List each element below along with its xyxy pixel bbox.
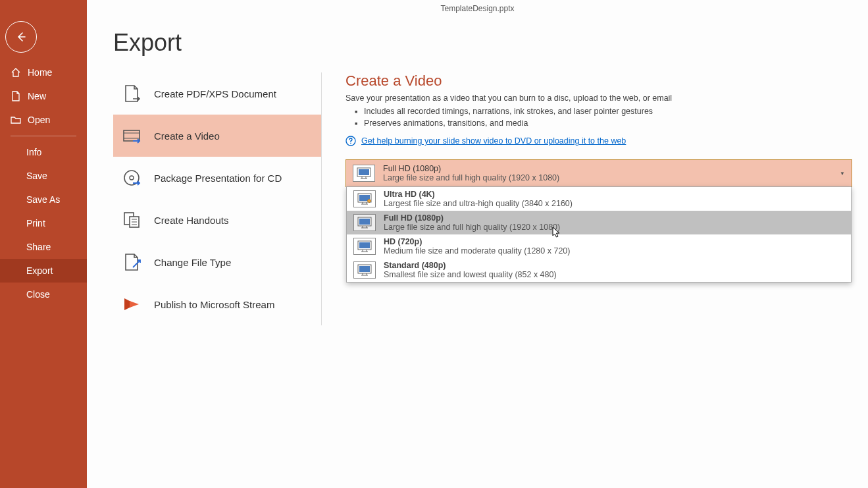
export-type-list: Create PDF/XPS Document Create a Video P… — [113, 72, 322, 325]
stream-icon — [121, 294, 142, 315]
pdf-xps-icon — [121, 83, 142, 104]
monitor-icon — [353, 261, 376, 279]
sidebar-label: Home — [28, 67, 52, 78]
export-option-label: Create Handouts — [154, 215, 228, 226]
quality-option-full-hd[interactable]: Full HD (1080p) Large file size and full… — [347, 211, 851, 234]
detail-bullets: Includes all recorded timings, narration… — [355, 105, 852, 129]
quality-option-sub: Largest file size and ultra-high quality… — [384, 199, 844, 208]
export-option-label: Package Presentation for CD — [154, 173, 282, 184]
monitor-icon — [353, 165, 375, 182]
svg-rect-11 — [359, 219, 370, 225]
sidebar-item-open[interactable]: Open — [0, 108, 87, 132]
detail-bullet: Includes all recorded timings, narration… — [355, 105, 852, 117]
quality-option-standard[interactable]: Standard (480p) Smallest file size and l… — [347, 258, 851, 282]
sidebar-item-save[interactable]: Save — [0, 164, 87, 188]
svg-rect-13 — [359, 242, 370, 248]
sidebar-label: Export — [26, 265, 53, 276]
export-option-create-video[interactable]: Create a Video — [113, 115, 321, 157]
home-icon — [11, 67, 21, 78]
video-icon — [121, 125, 142, 146]
sidebar-label: Info — [26, 147, 41, 157]
quality-option-hd[interactable]: HD (720p) Medium file size and moderate … — [347, 234, 851, 258]
chevron-down-icon: ▼ — [840, 171, 845, 176]
quality-selected-title: Full HD (1080p) — [383, 164, 832, 173]
help-row: Get help burning your slide show video t… — [345, 136, 852, 146]
detail-bullet: Preserves animations, transitions, and m… — [355, 117, 852, 129]
quality-option-title: HD (720p) — [384, 237, 844, 246]
new-icon — [11, 91, 21, 101]
sidebar-item-export[interactable]: Export — [0, 259, 87, 283]
sidebar-item-new[interactable]: New — [0, 84, 87, 108]
sidebar-item-save-as[interactable]: Save As — [0, 188, 87, 211]
export-option-create-handouts[interactable]: Create Handouts — [113, 199, 321, 241]
main-area: TemplateDesign.pptx Export Create PDF/XP… — [87, 0, 868, 488]
detail-pane: Create a Video Save your presentation as… — [345, 72, 868, 325]
quality-dropdown[interactable]: Full HD (1080p) Large file size and full… — [345, 159, 852, 187]
sidebar-item-home[interactable]: Home — [0, 61, 87, 84]
quality-dropdown-menu: Ultra HD (4K) Largest file size and ultr… — [346, 186, 852, 283]
monitor-icon — [353, 214, 376, 231]
sidebar-label: Save — [26, 171, 47, 181]
monitor-icon — [353, 238, 376, 255]
quality-option-title: Ultra HD (4K) — [384, 190, 844, 199]
quality-option-title: Standard (480p) — [384, 261, 844, 270]
sidebar-item-print[interactable]: Print — [0, 211, 87, 235]
sidebar-label: Close — [26, 289, 50, 300]
sidebar-list: Home New Open Info Save Save As Print Sh… — [0, 61, 87, 306]
quality-selected-sub: Large file size and full high quality (1… — [383, 173, 832, 182]
document-filename: TemplateDesign.pptx — [440, 4, 514, 13]
quality-option-ultra-hd[interactable]: Ultra HD (4K) Largest file size and ultr… — [347, 187, 851, 211]
handouts-icon — [121, 209, 142, 230]
sidebar-label: Print — [26, 218, 45, 229]
monitor-icon — [353, 190, 376, 207]
page-title: Export — [113, 29, 868, 57]
back-arrow-icon — [14, 30, 28, 43]
cd-icon — [121, 167, 142, 188]
svg-rect-7 — [359, 169, 369, 175]
export-option-label: Create a Video — [154, 130, 220, 142]
sidebar-label: New — [28, 91, 46, 101]
detail-title: Create a Video — [345, 72, 852, 90]
quality-option-sub: Medium file size and moderate quality (1… — [384, 246, 844, 256]
sidebar-item-close[interactable]: Close — [0, 283, 87, 306]
sidebar-item-info[interactable]: Info — [0, 140, 87, 164]
svg-rect-15 — [359, 266, 370, 272]
export-option-publish-stream[interactable]: Publish to Microsoft Stream — [113, 283, 321, 325]
backstage-sidebar: Home New Open Info Save Save As Print Sh… — [0, 0, 87, 488]
export-option-label: Publish to Microsoft Stream — [154, 299, 274, 310]
sidebar-label: Save As — [26, 194, 60, 205]
change-file-type-icon — [121, 252, 142, 273]
export-option-pdf-xps[interactable]: Create PDF/XPS Document — [113, 72, 321, 115]
quality-option-sub: Smallest file size and lowest quality (8… — [384, 270, 844, 279]
help-link[interactable]: Get help burning your slide show video t… — [361, 136, 626, 146]
sidebar-item-share[interactable]: Share — [0, 235, 87, 259]
sidebar-label: Open — [28, 115, 50, 125]
export-option-label: Create PDF/XPS Document — [154, 88, 276, 99]
open-icon — [11, 115, 21, 125]
quality-option-sub: Large file size and full high quality (1… — [384, 223, 844, 232]
back-button[interactable] — [5, 21, 37, 53]
sidebar-separator — [11, 136, 76, 136]
quality-option-title: Full HD (1080p) — [384, 213, 844, 223]
export-option-change-file-type[interactable]: Change File Type — [113, 241, 321, 283]
sidebar-label: Share — [26, 242, 51, 252]
export-option-label: Change File Type — [154, 257, 231, 268]
detail-description: Save your presentation as a video that y… — [345, 94, 852, 103]
title-bar: TemplateDesign.pptx — [87, 0, 868, 17]
help-icon — [345, 136, 356, 146]
svg-point-2 — [130, 176, 134, 180]
export-option-package-cd[interactable]: Package Presentation for CD — [113, 157, 321, 199]
